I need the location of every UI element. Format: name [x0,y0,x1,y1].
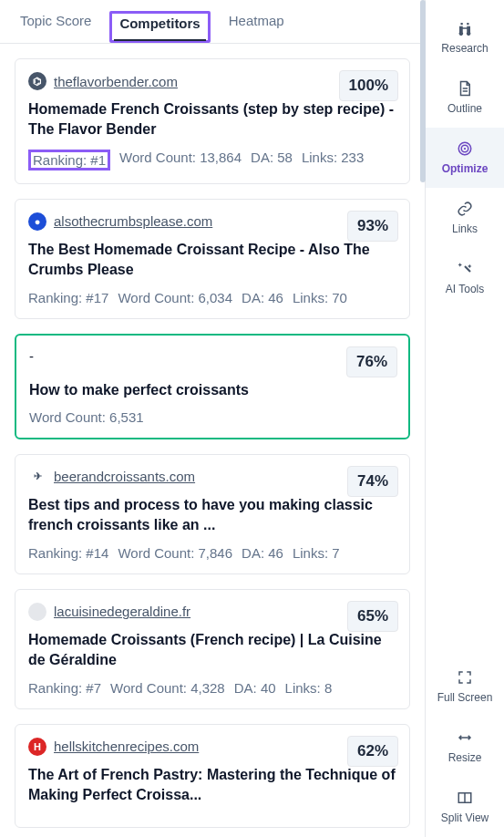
competitor-title: Best tips and process to have you making… [28,495,396,536]
tab-topic-score[interactable]: Topic Score [15,11,97,43]
competitor-meta: Word Count: 6,531 [29,409,396,425]
scrollbar-thumb[interactable] [420,0,426,182]
scrollbar[interactable] [420,0,426,837]
sidebar-label: Full Screen [437,691,493,704]
document-icon [426,80,504,97]
da-meta: DA: 40 [234,680,276,696]
favicon-icon: ✈ [28,468,46,486]
ranking-meta: Ranking: #14 [28,545,108,561]
sidebar-label: Links [452,222,478,235]
svg-point-2 [464,148,466,150]
competitor-title: Homemade Croissants (French recipe) | La… [28,630,396,671]
resize-icon [426,729,504,746]
highlight-competitors: Competitors [109,11,210,43]
competitor-title: Homemade French Croissants (step by step… [28,99,396,140]
tab-heatmap[interactable]: Heatmap [223,11,290,43]
main-panel: Topic Score Competitors Heatmap ⌬ thefla… [0,0,426,837]
favicon-icon: H [28,738,46,756]
wordcount-meta: Word Count: 7,846 [118,545,232,561]
wordcount-meta: Word Count: 6,034 [118,290,232,305]
score-badge: 76% [346,346,397,377]
sidebar-label: Resize [448,751,482,764]
da-meta: DA: 46 [242,545,283,561]
da-meta: DA: 46 [242,290,283,305]
sidebar-links[interactable]: Links [426,188,504,248]
sidebar-ai-tools[interactable]: AI Tools [426,248,504,308]
tabs: Topic Score Competitors Heatmap [0,0,425,44]
sidebar-label: Split View [441,811,489,824]
favicon-icon: ⌬ [28,72,46,90]
sidebar-outline[interactable]: Outline [426,67,504,128]
score-badge: 62% [347,736,398,767]
sidebar-split-view[interactable]: Split View [426,777,504,837]
competitor-domain[interactable]: beerandcroissants.com [54,469,195,484]
competitor-card[interactable]: ● alsothecrumbsplease.com 93% The Best H… [15,199,410,319]
competitor-meta: Ranking: #7 Word Count: 4,328 DA: 40 Lin… [28,680,396,696]
competitor-card[interactable]: H hellskitchenrecipes.com 62% The Art of… [15,724,410,829]
competitor-title: How to make perfect croissants [29,380,396,400]
ranking-meta: Ranking: #7 [28,680,101,696]
sidebar-label: Optimize [442,162,489,175]
competitor-card[interactable]: lacuisinedegeraldine.fr 65% Homemade Cro… [15,589,410,709]
sidebar-optimize[interactable]: Optimize [426,128,504,188]
links-meta: Links: 70 [293,290,347,305]
competitor-meta: Ranking: #17 Word Count: 6,034 DA: 46 Li… [28,290,396,305]
competitor-meta: Ranking: #14 Word Count: 7,846 DA: 46 Li… [28,545,396,561]
score-badge: 74% [347,466,398,497]
competitor-domain[interactable]: hellskitchenrecipes.com [54,739,199,754]
score-badge: 93% [347,211,398,242]
links-meta: Links: 233 [302,150,364,170]
sidebar-full-screen[interactable]: Full Screen [426,656,504,717]
competitor-domain[interactable]: lacuisinedegeraldine.fr [54,604,190,619]
competitor-title: The Best Homemade Croissant Recipe - Als… [28,240,396,281]
competitor-domain[interactable]: alsothecrumbsplease.com [54,213,212,229]
sidebar-label: Research [441,42,488,55]
competitor-meta: Ranking: #1 Word Count: 13,864 DA: 58 Li… [28,150,396,170]
competitor-domain: - [29,348,34,364]
target-icon [426,140,504,157]
right-sidebar: Research Outline Optimize Links AI Tools… [426,0,504,837]
sidebar-resize[interactable]: Resize [426,717,504,777]
da-meta: DA: 58 [251,150,293,170]
sidebar-label: Outline [447,102,482,115]
binoculars-icon [426,20,504,36]
competitor-card[interactable]: ⌬ theflavorbender.com 100% Homemade Fren… [15,58,410,184]
favicon-icon: ● [28,212,46,231]
link-icon [426,201,504,217]
wordcount-meta: Word Count: 6,531 [29,409,144,425]
wand-icon [426,261,504,277]
competitor-domain[interactable]: theflavorbender.com [54,74,178,89]
competitor-card[interactable]: - 76% How to make perfect croissants Wor… [15,334,410,439]
ranking-meta: Ranking: #1 [28,150,110,170]
ranking-meta: Ranking: #17 [28,290,108,305]
sidebar-research[interactable]: Research [426,7,504,67]
fullscreen-icon [426,669,504,686]
favicon-icon [28,603,46,621]
tab-competitors[interactable]: Competitors [114,14,205,40]
competitor-list: ⌬ theflavorbender.com 100% Homemade Fren… [0,44,425,837]
links-meta: Links: 8 [285,680,333,696]
competitor-title: The Art of French Pastry: Mastering the … [28,765,396,806]
wordcount-meta: Word Count: 4,328 [110,680,225,696]
score-badge: 65% [347,601,398,632]
score-badge: 100% [339,70,398,101]
sidebar-label: AI Tools [446,283,484,295]
links-meta: Links: 7 [293,545,340,561]
competitor-card[interactable]: ✈ beerandcroissants.com 74% Best tips an… [15,454,410,574]
split-view-icon [426,790,504,806]
wordcount-meta: Word Count: 13,864 [119,150,242,170]
